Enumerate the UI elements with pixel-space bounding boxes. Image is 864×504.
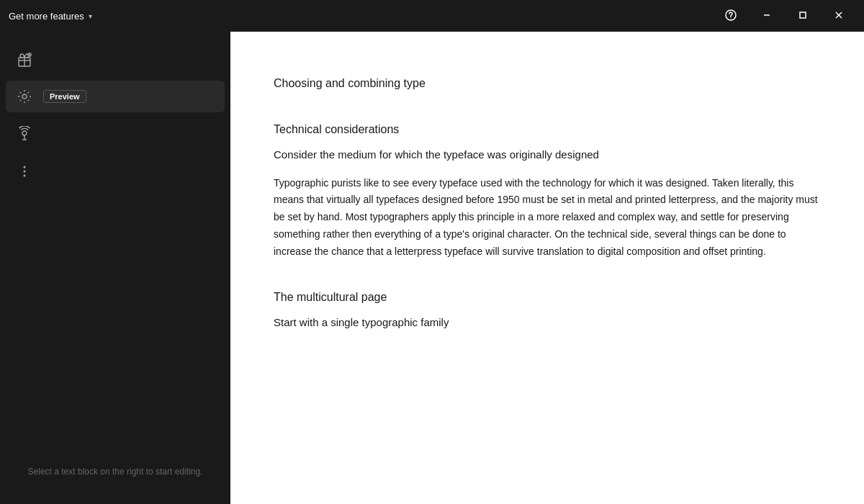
content-area: Choosing and combining type Technical co… xyxy=(230,32,864,504)
svg-point-1 xyxy=(731,18,732,19)
svg-point-11 xyxy=(24,171,26,173)
maximize-icon xyxy=(798,10,807,22)
svg-point-7 xyxy=(27,53,32,57)
title-bar-right xyxy=(714,4,855,27)
close-button[interactable] xyxy=(822,4,855,27)
maximize-button[interactable] xyxy=(786,4,819,27)
title-bar-left: Get more features ▾ xyxy=(9,11,92,22)
sidebar-hint: Select a text block on the right to star… xyxy=(0,451,230,492)
svg-rect-3 xyxy=(800,12,806,18)
podcast-icon xyxy=(14,124,35,144)
minimize-icon xyxy=(762,10,771,22)
more-icon xyxy=(14,161,35,181)
svg-point-9 xyxy=(22,131,27,135)
gift-icon xyxy=(14,49,35,69)
section-3-heading: The multicultural page xyxy=(274,289,821,306)
section-3-subheading: Start with a single typographic family xyxy=(274,315,821,331)
sidebar-item-podcast[interactable] xyxy=(6,118,225,150)
svg-point-10 xyxy=(24,166,26,168)
sidebar-hint-text: Select a text block on the right to star… xyxy=(28,467,203,477)
content-section-3: The multicultural page Start with a sing… xyxy=(274,289,821,331)
sidebar-icons: Preview xyxy=(0,43,230,187)
help-button[interactable] xyxy=(714,4,747,27)
svg-point-8 xyxy=(22,94,27,99)
preview-badge: Preview xyxy=(43,90,86,103)
gear-icon xyxy=(14,86,35,107)
title-bar: Get more features ▾ xyxy=(0,0,864,32)
svg-point-12 xyxy=(24,175,26,177)
sidebar: Preview xyxy=(0,32,230,504)
sidebar-item-more[interactable] xyxy=(6,156,225,187)
app-title: Get more features xyxy=(9,11,84,22)
close-icon xyxy=(834,10,843,22)
section-2-heading: Technical considerations xyxy=(274,121,821,138)
content-section-2: Technical considerations Consider the me… xyxy=(274,121,821,260)
section-2-body: Typographic purists like to see every ty… xyxy=(274,175,821,261)
section-2-subheading: Consider the medium for which the typefa… xyxy=(274,147,821,163)
minimize-button[interactable] xyxy=(750,4,783,27)
help-icon xyxy=(725,9,737,23)
sidebar-item-settings[interactable]: Preview xyxy=(6,81,225,112)
main-layout: Preview xyxy=(0,32,864,504)
section-1-heading: Choosing and combining type xyxy=(274,75,821,92)
content-section-1: Choosing and combining type xyxy=(274,75,821,92)
sidebar-item-gift[interactable] xyxy=(6,43,225,75)
chevron-down-icon[interactable]: ▾ xyxy=(89,12,92,20)
